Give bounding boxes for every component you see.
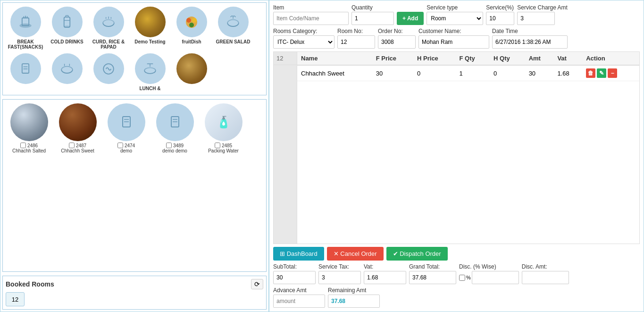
demo-testing-image <box>135 7 166 37</box>
quantity-label: Quantity <box>351 4 394 11</box>
item-card-packing-water[interactable]: 🧴 2485 Packing Water <box>201 103 246 153</box>
service-pct-input[interactable] <box>486 12 514 25</box>
chhachh-salted-checkbox[interactable] <box>20 143 26 148</box>
service-tax-input[interactable] <box>318 271 361 284</box>
service-tax-group: Service Tax: <box>318 263 361 284</box>
disc-pct-checkbox[interactable] <box>459 275 465 281</box>
advance-amt-group: Advance Amt <box>273 287 325 308</box>
action-edit-icon[interactable]: ✎ <box>597 68 606 78</box>
add-button[interactable]: + Add <box>397 12 424 25</box>
category-item-breakfast[interactable]: BREAK FAST(SNACKS) <box>7 7 44 50</box>
col-fqty: F Qty <box>456 52 490 65</box>
demo-demo-icon <box>166 113 184 132</box>
chhachh-sweet-code: 2487 <box>76 143 86 148</box>
disc-amt-group: Disc. Amt: <box>522 263 569 284</box>
room-no-label: Room No: <box>337 28 375 34</box>
item-input[interactable] <box>273 12 349 25</box>
cancel-order-button[interactable]: ✕ Cancel Order <box>327 247 384 261</box>
category-item-icon5[interactable] <box>173 53 210 91</box>
disc-amt-label: Disc. Amt: <box>522 263 569 270</box>
breakfast-label: BREAK FAST(SNACKS) <box>7 39 44 50</box>
row-actions: 🗑 ✎ − <box>582 65 639 81</box>
packing-water-name: Packing Water <box>208 148 239 153</box>
service-charge-group: Service Charge Amt <box>517 4 568 25</box>
action-minus-icon[interactable]: − <box>608 68 617 78</box>
order-no-input[interactable] <box>378 35 416 49</box>
chhachh-salted-name: Chhachh Salted <box>12 148 46 153</box>
booked-rooms-title: Booked Rooms <box>6 280 54 288</box>
category-item-cold-drinks[interactable]: COLD DRINKS <box>48 7 86 50</box>
customer-name-input[interactable] <box>418 35 489 49</box>
demo-checkbox[interactable] <box>117 143 123 148</box>
grand-total-input[interactable] <box>409 271 456 284</box>
remaining-input[interactable] <box>328 295 380 308</box>
service-type-label: Service type <box>427 4 483 11</box>
customer-name-group: Customer Name: <box>418 28 489 49</box>
dashboard-icon: ⊞ <box>280 250 287 257</box>
item-card-chhachh-sweet[interactable]: 2487 Chhachh Sweet <box>55 103 100 153</box>
vat-label: Vat: <box>364 263 406 270</box>
advance-row: Advance Amt Remaining Amt <box>273 287 640 308</box>
datetime-input[interactable] <box>492 35 568 49</box>
disc-amt-input[interactable] <box>522 271 569 284</box>
quantity-input[interactable] <box>351 12 394 25</box>
category-item-demo-testing[interactable]: Demo Testing <box>131 7 169 50</box>
packing-water-checkbox[interactable] <box>215 143 220 148</box>
category-item-icon4[interactable] <box>90 53 127 91</box>
service-pct-group: Service(%) <box>486 4 514 25</box>
category-item-fruitdish[interactable]: fruitDish <box>173 7 210 50</box>
cold-drinks-icon-circle <box>52 7 83 37</box>
category-item-icon2[interactable] <box>7 53 44 91</box>
item-card-demo-demo[interactable]: 3489 demo demo <box>152 103 197 153</box>
col-hqty: H Qty <box>490 52 525 65</box>
service-type-select[interactable]: Room <box>427 12 483 25</box>
category-item-lunch[interactable]: LUNCH & <box>131 53 169 91</box>
chhachh-sweet-checkbox[interactable] <box>69 143 75 148</box>
category-item-green-salad[interactable]: GREEN SALAD <box>214 7 252 50</box>
col-action: Action <box>582 52 639 65</box>
col-vat: Vat <box>553 52 582 65</box>
top-form-row: Item Quantity + Add Service type Room Se… <box>273 4 640 25</box>
breakfast-icon <box>17 14 34 31</box>
subtotal-input[interactable] <box>273 271 316 284</box>
item-card-demo[interactable]: 2474 demo <box>104 103 149 153</box>
icon4 <box>100 60 117 77</box>
row-amt: 30 <box>525 65 554 81</box>
item-card-chhachh-salted[interactable]: 2486 Chhachh Salted <box>7 103 51 153</box>
chhachh-sweet-image <box>59 103 97 141</box>
vat-input[interactable] <box>364 271 406 284</box>
service-charge-label: Service Charge Amt <box>517 4 568 11</box>
category-item-curd-rice[interactable]: CURD, RICE & PAPAD <box>90 7 127 50</box>
demo-demo-checkbox[interactable] <box>166 143 172 148</box>
room-badge-12[interactable]: 12 <box>6 292 25 306</box>
order-no-label: Order No: <box>378 28 416 34</box>
dashboard-button[interactable]: ⊞ DashBoard <box>273 247 324 261</box>
packing-water-code: 2485 <box>222 143 232 148</box>
category-item-icon3[interactable] <box>48 53 86 91</box>
advance-input[interactable] <box>273 295 325 308</box>
refresh-button[interactable]: ⟳ <box>251 279 263 289</box>
category-grid: BREAK FAST(SNACKS) COLD DRINKS <box>7 7 262 91</box>
action-delete-icon[interactable]: 🗑 <box>586 68 595 78</box>
lunch-icon <box>142 60 159 77</box>
dispatch-order-button[interactable]: ✔ Dispatch Order <box>386 247 448 261</box>
customer-name-label: Customer Name: <box>418 28 489 34</box>
second-form-row: Rooms Category: ITC- Delux Room No: Orde… <box>273 28 640 49</box>
breakfast-icon-circle <box>10 7 41 37</box>
col-fprice: F Price <box>372 52 413 65</box>
room-badges-row: 12 <box>6 292 263 306</box>
packing-water-image: 🧴 <box>205 103 243 141</box>
service-charge-input[interactable] <box>517 12 555 25</box>
item-label: Item <box>273 4 349 11</box>
rooms-cat-select[interactable]: ITC- Delux <box>273 35 335 49</box>
lunch-label: LUNCH & <box>140 86 161 91</box>
room-no-input[interactable] <box>337 35 375 49</box>
items-section: 2486 Chhachh Salted 2487 Chhachh Sweet <box>2 99 267 272</box>
subtotal-group: SubTotal: <box>273 263 316 284</box>
action-icons-row: 🗑 ✎ − <box>586 68 636 78</box>
demo-image <box>108 103 145 141</box>
service-pct-label: Service(%) <box>486 4 514 11</box>
svg-point-10 <box>103 18 114 25</box>
disc-pct-input[interactable] <box>472 271 519 284</box>
svg-point-17 <box>189 23 194 27</box>
